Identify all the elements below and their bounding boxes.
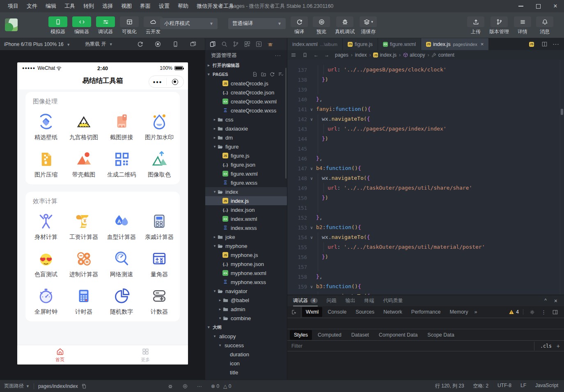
tree-folder-joke[interactable]: ▸joke bbox=[205, 232, 287, 241]
toolbar-button-编辑器[interactable]: 编辑器 bbox=[72, 16, 91, 35]
debugger-tab-调试器[interactable]: 调试器4 bbox=[293, 295, 318, 306]
menu-item-视图[interactable]: 视图 bbox=[117, 1, 135, 11]
tree-folder-myphone[interactable]: ▾myphone bbox=[205, 241, 287, 250]
grid-item-图片加水印[interactable]: 图片加水印 bbox=[140, 106, 178, 144]
tree-file-createQrcode.wxss[interactable]: ΞcreateQrcode.wxss bbox=[205, 106, 287, 115]
toolbar-action-详情[interactable]: 详情 bbox=[514, 16, 531, 35]
toolbar-action-预览[interactable]: 预览 bbox=[313, 16, 330, 35]
tree-file-index.wxss[interactable]: Ξindex.wxss bbox=[205, 223, 287, 232]
fold-chevron-icon[interactable]: ∨ bbox=[307, 284, 316, 289]
toolbar-action-版本管理[interactable]: 版本管理 bbox=[489, 16, 509, 35]
grid-item-身材计算[interactable]: 身材计算 bbox=[27, 206, 65, 243]
tree-folder-index[interactable]: ▾index bbox=[205, 187, 287, 196]
toolbar-action-真机调试[interactable]: 真机调试 bbox=[335, 16, 355, 35]
styles-tab-Computed[interactable]: Computed bbox=[314, 330, 346, 340]
menu-item-文件[interactable]: 文件 bbox=[23, 1, 41, 11]
toolbar-button-调试器[interactable]: 调试器 bbox=[96, 16, 115, 35]
debugger-tab-问题[interactable]: 问题 bbox=[327, 295, 337, 306]
outline-list-icon[interactable] bbox=[291, 52, 296, 58]
compile-mode-select[interactable]: 普通编译▼ bbox=[228, 18, 286, 29]
devtools-tab-Memory[interactable]: Memory bbox=[446, 307, 472, 317]
maximize-button[interactable] bbox=[530, 0, 547, 12]
outline-item-title[interactable]: title bbox=[205, 368, 287, 377]
restart-icon[interactable] bbox=[137, 41, 144, 48]
editor-scrollbar[interactable] bbox=[561, 109, 563, 115]
devtools-tab-Network[interactable]: Network bbox=[380, 307, 406, 317]
close-tab-icon[interactable]: × bbox=[481, 41, 484, 47]
toolbar-button-可视化[interactable]: 可视化 bbox=[120, 16, 139, 35]
hot-reload-toggle[interactable]: 热重载 开 ▼ bbox=[85, 41, 113, 48]
indent-indicator[interactable]: 空格: 2 bbox=[473, 383, 488, 390]
fold-chevron-icon[interactable]: ∨ bbox=[307, 235, 316, 240]
more-status-icon[interactable]: ··· bbox=[197, 383, 202, 389]
fold-chevron-icon[interactable]: ∨ bbox=[307, 166, 316, 171]
tree-folder-dm[interactable]: ▸dm bbox=[205, 133, 287, 142]
error-count[interactable]: ⊗ 0 bbox=[211, 383, 219, 389]
grid-item-色盲测试[interactable]: 色盲测试 bbox=[27, 243, 65, 281]
device-icon[interactable] bbox=[172, 41, 179, 48]
grid-item-量角器[interactable]: 量角器 bbox=[140, 243, 178, 281]
menu-item-工具[interactable]: 工具 bbox=[61, 1, 79, 11]
warning-counter[interactable]: 4 bbox=[509, 309, 523, 315]
filter-input[interactable]: Filter bbox=[291, 343, 303, 349]
snippets-icon[interactable] bbox=[255, 41, 262, 48]
grid-item-带壳截图[interactable]: 带壳截图 bbox=[65, 144, 103, 181]
nav-back-icon[interactable]: ← bbox=[314, 52, 319, 58]
grid-item-全屏时钟[interactable]: 全屏时钟 bbox=[27, 281, 65, 318]
editor-tab-figure.wxml[interactable]: <>figure.wxml bbox=[378, 38, 421, 50]
multi-window-icon[interactable] bbox=[190, 41, 197, 48]
debugger-tab-代码质量[interactable]: 代码质量 bbox=[383, 295, 403, 306]
open-editors-section[interactable]: ▸打开的编辑器 bbox=[205, 61, 287, 70]
grid-item-图像取色[interactable]: 图像取色 bbox=[140, 144, 178, 181]
project-avatar[interactable] bbox=[5, 18, 18, 31]
bookmark-icon[interactable] bbox=[302, 52, 308, 58]
grid-item-九宫格切图[interactable]: 九宫格切图 bbox=[65, 106, 103, 144]
fold-chevron-icon[interactable]: ∨ bbox=[307, 117, 316, 121]
tabbar-item-首页[interactable]: 首页 bbox=[17, 345, 103, 364]
search-icon[interactable] bbox=[221, 41, 228, 48]
devtools-menu-icon[interactable]: ⋮ bbox=[541, 309, 546, 315]
breadcrumb-item-index[interactable]: index bbox=[355, 52, 367, 58]
grid-item-随机数字[interactable]: 随机数字 bbox=[103, 281, 140, 318]
tree-folder-css[interactable]: ▸css bbox=[205, 115, 287, 124]
outline-section[interactable]: ▾大纲 bbox=[205, 323, 287, 332]
tree-file-index.js[interactable]: JSindex.js bbox=[205, 196, 287, 205]
breadcrumb-item-alicopy[interactable]: alicopy bbox=[403, 52, 425, 58]
close-panel-icon[interactable]: × bbox=[554, 298, 557, 304]
menu-item-界面[interactable]: 界面 bbox=[136, 1, 154, 11]
tree-folder-daxiaoxie[interactable]: ▸daxiaoxie bbox=[205, 124, 287, 133]
add-style-button[interactable]: + bbox=[556, 343, 560, 349]
menu-item-设置[interactable]: 设置 bbox=[155, 1, 173, 11]
tree-file-createQrcode.json[interactable]: {..}createQrcode.json bbox=[205, 88, 287, 97]
toolbar-action-清缓存[interactable]: ▾清缓存 bbox=[360, 16, 377, 35]
tree-file-index.json[interactable]: {..}index.json bbox=[205, 205, 287, 214]
grid-item-进制计算器[interactable]: 进制计算器 bbox=[65, 243, 103, 281]
warning-count[interactable]: △ 0 bbox=[223, 383, 231, 389]
outline-item-duration[interactable]: duration bbox=[205, 350, 287, 359]
grid-item-计数器[interactable]: 计数器 bbox=[140, 281, 178, 318]
menu-item-转到[interactable]: 转到 bbox=[80, 1, 98, 11]
tree-file-figure.wxml[interactable]: <>figure.wxml bbox=[205, 169, 287, 178]
breadcrumb-item-index.js[interactable]: JSindex.js bbox=[373, 52, 397, 58]
tree-folder-@babel[interactable]: ▸@babel bbox=[205, 296, 287, 305]
debugger-tab-终端[interactable]: 终端 bbox=[365, 295, 374, 306]
language-indicator[interactable]: JavaScript bbox=[535, 383, 558, 390]
devtools-tab-Wxml[interactable]: Wxml bbox=[302, 307, 322, 317]
copy-path-icon[interactable] bbox=[81, 383, 87, 389]
new-folder-icon[interactable] bbox=[261, 71, 266, 77]
tree-file-figure.js[interactable]: JSfigure.js bbox=[205, 151, 287, 160]
toolbar-action-编译[interactable]: 编译 bbox=[291, 16, 308, 35]
tabbar-item-更多[interactable]: 更多 bbox=[103, 345, 188, 364]
inspect-element-icon[interactable] bbox=[287, 306, 301, 318]
explorer-scrollbar[interactable] bbox=[285, 68, 287, 179]
tree-file-myphone.json[interactable]: {..}myphone.json bbox=[205, 259, 287, 268]
outline-item-success[interactable]: ▾success bbox=[205, 341, 287, 350]
minimize-button[interactable] bbox=[512, 0, 530, 12]
tree-file-index.wxml[interactable]: <>index.wxml bbox=[205, 214, 287, 223]
toolbar-button-模拟器[interactable]: 模拟器 bbox=[48, 16, 67, 35]
devtools-tab-Performance[interactable]: Performance bbox=[408, 307, 445, 317]
menu-item-项目[interactable]: 项目 bbox=[4, 1, 22, 11]
tree-folder-combine[interactable]: ▾combine bbox=[205, 314, 287, 323]
cls-button[interactable]: .cls bbox=[534, 342, 556, 351]
grid-item-图片压缩[interactable]: 图片压缩 bbox=[27, 144, 65, 181]
